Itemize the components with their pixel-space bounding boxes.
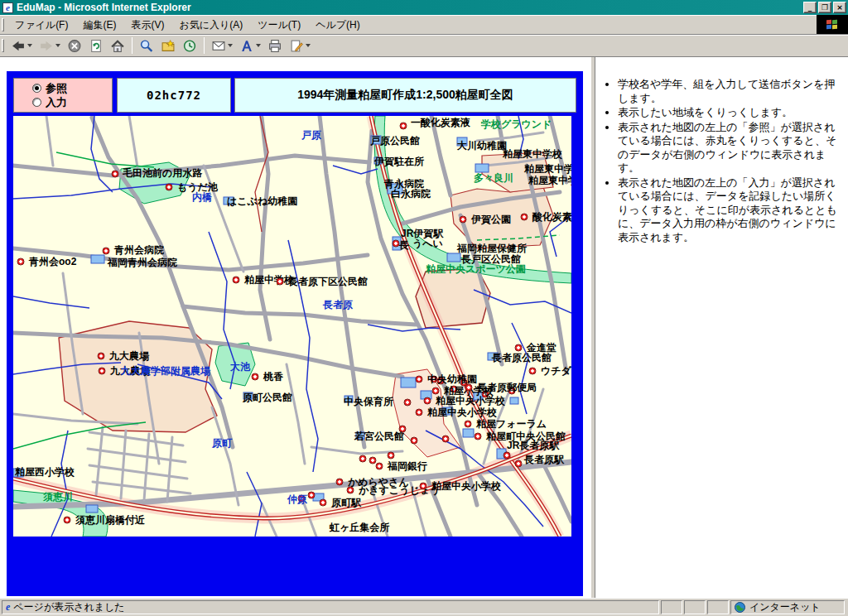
minimize-button[interactable]: _ (803, 2, 817, 13)
home-button[interactable] (107, 36, 128, 55)
mode-option-sanshо[interactable]: 参照 (32, 81, 67, 95)
map-marker[interactable] (424, 397, 431, 405)
instructions-panel: 学校名や学年、組を入力して送信ボタンを押します。表示したい地域をくりっくします。… (595, 57, 848, 598)
map-label: はこぶね幼稚園 (227, 196, 297, 206)
map-label: 戸原公民館 (370, 136, 420, 146)
edit-button[interactable] (286, 36, 314, 55)
map-marker[interactable] (411, 437, 418, 445)
map-marker[interactable] (465, 384, 473, 392)
map-marker[interactable] (64, 517, 71, 524)
map-marker[interactable] (504, 452, 511, 460)
map-label: かきすこうじょう (359, 485, 440, 495)
close-button[interactable]: × (833, 2, 846, 13)
map-marker[interactable] (166, 184, 173, 191)
mail-icon (211, 39, 226, 53)
map-label: うへい (412, 238, 443, 248)
menu-item[interactable]: 編集(E) (75, 17, 123, 33)
search-button[interactable] (136, 36, 157, 55)
forward-button[interactable] (36, 36, 64, 55)
map-marker[interactable] (99, 368, 106, 375)
toolbar (0, 35, 848, 57)
dropdown-caret-icon[interactable] (228, 44, 233, 47)
map-marker[interactable] (420, 483, 427, 490)
map-marker[interactable] (460, 216, 467, 224)
menu-item[interactable]: 表示(V) (123, 17, 171, 33)
map-marker[interactable] (347, 487, 354, 494)
edumap-browser-window: { "window":{"title":"EduMap - Microsoft … (0, 0, 848, 616)
toolbar-grip[interactable] (2, 39, 4, 52)
menubar-grip[interactable] (2, 18, 4, 31)
map-label: 長者原 (323, 300, 353, 310)
map-marker[interactable] (359, 455, 367, 463)
mail-button[interactable] (208, 36, 236, 55)
town-map[interactable]: 一酸化炭素液学校グラウンド戸原公民館大川幼稚園粕屋東中学校粕屋東中学校粕屋東中学… (13, 116, 571, 537)
map-marker[interactable] (432, 387, 440, 395)
map-marker[interactable] (98, 353, 105, 360)
map-marker[interactable] (376, 463, 383, 470)
dropdown-caret-icon[interactable] (306, 44, 311, 47)
map-marker[interactable] (515, 344, 523, 352)
map-marker[interactable] (252, 373, 259, 381)
radio-sansho[interactable] (32, 84, 41, 93)
map-marker[interactable] (103, 248, 110, 255)
map-marker[interactable] (308, 492, 316, 499)
dropdown-caret-icon[interactable] (256, 44, 261, 47)
map-label: 須恵川扇橋付近 (75, 515, 145, 525)
instruction-item: 表示したい地域をくりっくします。 (618, 106, 841, 120)
map-label: 九大農学部附属農場 (121, 366, 210, 376)
radio-nyuryoku[interactable] (32, 98, 41, 107)
map-label: 粕屋中央小学校 (431, 481, 501, 491)
map-marker[interactable] (475, 433, 482, 440)
dropdown-caret-icon[interactable] (55, 44, 60, 47)
history-button[interactable] (179, 36, 200, 55)
favorites-button[interactable] (157, 36, 179, 55)
map-label: 戸原 (301, 130, 321, 140)
map-marker[interactable] (529, 368, 537, 375)
restore-button[interactable]: ❐ (818, 2, 831, 13)
map-marker[interactable] (400, 123, 407, 130)
back-button[interactable] (7, 36, 36, 55)
mode-label-nyuryoku: 入力 (46, 95, 67, 110)
map-marker[interactable] (388, 452, 395, 460)
map-label: 粕屋東中学 (528, 176, 571, 185)
map-label: 粕屋フォーラム (476, 419, 547, 429)
stop-button[interactable] (64, 36, 85, 55)
map-label: 中央保育所 (344, 397, 393, 407)
print-button[interactable] (264, 36, 286, 55)
menu-item[interactable]: ツール(T) (250, 17, 308, 33)
status-pane-3 (707, 600, 729, 614)
map-label: 長 (399, 240, 409, 250)
map-marker[interactable] (416, 409, 423, 416)
map-label: 若宮公民館 (354, 431, 404, 441)
map-id-box: 02hc772 (117, 78, 231, 113)
favorites-icon (161, 39, 176, 53)
title-bar: e EduMap - Microsoft Internet Explorer _… (0, 0, 848, 15)
instruction-item: 学校名や学年、組を入力して送信ボタンを押します。 (618, 78, 841, 105)
map-label: 大池 (230, 362, 250, 372)
map-marker[interactable] (233, 277, 240, 284)
dropdown-caret-icon[interactable] (27, 44, 32, 47)
map-label: 酸化炭素液 (532, 212, 571, 222)
fonts-button[interactable] (236, 36, 264, 55)
map-marker[interactable] (17, 258, 25, 266)
map-label: 原町公民館 (243, 392, 292, 402)
map-label: 須恵川 (43, 492, 73, 502)
map-marker[interactable] (112, 171, 119, 178)
map-frame: 参照 入力 02hc772 1994年測量粕屋町作成1:2,500粕屋町全図 (0, 57, 590, 598)
map-marker[interactable] (277, 278, 284, 286)
map-marker[interactable] (442, 436, 450, 443)
menu-item[interactable]: お気に入り(A) (171, 17, 250, 33)
map-marker[interactable] (369, 457, 377, 464)
map-marker[interactable] (404, 399, 412, 407)
map-marker[interactable] (521, 214, 528, 221)
map-marker[interactable] (465, 421, 472, 428)
mode-option-nyuryoku[interactable]: 入力 (32, 95, 67, 109)
map-marker[interactable] (336, 479, 344, 486)
map-marker[interactable] (416, 376, 423, 383)
menu-item[interactable]: ファイル(F) (7, 17, 75, 33)
map-marker[interactable] (515, 460, 523, 468)
menu-item[interactable]: ヘルプ(H) (308, 17, 368, 33)
mode-selector: 参照 入力 (13, 78, 113, 113)
refresh-button[interactable] (85, 36, 107, 55)
map-marker[interactable] (320, 499, 327, 507)
